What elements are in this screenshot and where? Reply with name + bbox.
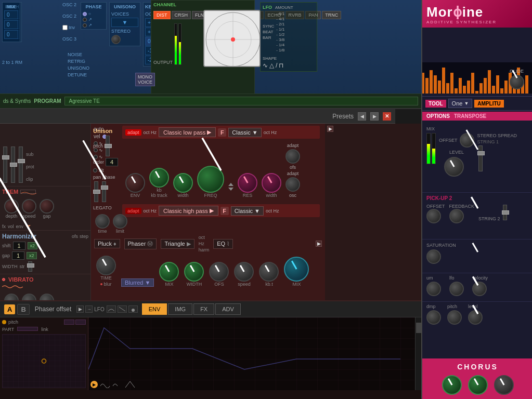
level2-knob[interactable] (468, 310, 483, 325)
preset-prev-btn[interactable]: ◀ (358, 112, 366, 121)
trem-gap-knob[interactable] (40, 199, 54, 214)
one-selector[interactable]: One ▼ (448, 99, 473, 108)
speed-eff-knob[interactable] (234, 262, 254, 282)
triangle-btn[interactable]: Triangle ▶ (161, 239, 194, 249)
slider-3[interactable] (19, 147, 23, 183)
legato-time-knob[interactable] (95, 214, 110, 229)
phase-radio-2[interactable]: ↗ (83, 17, 105, 22)
shape-saw[interactable]: / (276, 62, 277, 69)
time-eff-knob[interactable] (96, 256, 116, 275)
velocity-knob[interactable] (472, 282, 487, 296)
freq-down-arrow[interactable] (228, 188, 233, 191)
inv-checkbox[interactable] (62, 25, 68, 30)
scrollbar-thumb[interactable] (416, 323, 421, 333)
x2-btn-2[interactable]: x2 (27, 252, 37, 259)
adapt-btn-f1[interactable]: adapt (125, 129, 141, 136)
filter2-classic-btn[interactable]: Classic ▼ (231, 206, 264, 216)
trem-speed-knob[interactable] (22, 199, 36, 214)
slider-1[interactable] (3, 147, 7, 183)
width-knob-f1[interactable] (173, 173, 193, 193)
curve-btn-1[interactable] (107, 305, 116, 313)
offset-knob[interactable] (460, 133, 474, 148)
envelope-scrollbar[interactable] (415, 317, 421, 390)
mono-voice-btn[interactable]: MONO VOICE (135, 73, 155, 86)
wave-btn[interactable] (128, 305, 138, 313)
stereo-knob[interactable] (111, 35, 121, 44)
section-b-btn[interactable]: B (17, 304, 29, 315)
glide-knob-ctrl[interactable] (510, 75, 524, 89)
tool-btn[interactable]: TOOL (425, 100, 446, 108)
osc-knob-f1[interactable] (286, 177, 300, 192)
ofs-knob-f1[interactable] (286, 149, 300, 164)
lfo-mode-btn[interactable]: → (85, 305, 93, 313)
effects-nav-btn[interactable]: ▶ (316, 241, 322, 247)
play-btn[interactable]: ▶ (76, 305, 84, 313)
transpose-btn[interactable]: TRANSPOSE (454, 113, 486, 119)
adv-tab[interactable]: ADV (215, 303, 241, 315)
shape-triangle[interactable]: △ (269, 62, 274, 69)
kb-track-knob-f1[interactable] (149, 168, 169, 188)
width-slider[interactable] (28, 261, 32, 272)
pitch-slider[interactable] (106, 136, 110, 156)
curve-btn-2[interactable] (118, 305, 127, 313)
env-tab[interactable]: ENV (142, 303, 167, 315)
phase-slider[interactable] (102, 181, 106, 202)
width-eff-knob[interactable] (184, 262, 204, 282)
string2-slider[interactable] (503, 205, 507, 220)
kbt-eff-knob[interactable] (259, 262, 279, 282)
play-indicator[interactable]: ▶ (90, 381, 98, 388)
chorus-knob-3[interactable] (494, 375, 514, 395)
chorus-knob-1[interactable] (442, 375, 462, 395)
dmp-knob[interactable] (426, 310, 441, 325)
env-knob-f1[interactable] (125, 173, 145, 193)
phase-radio-3[interactable]: ↗ (83, 23, 105, 28)
options-btn[interactable]: OPTIONS (426, 113, 450, 119)
img-tab[interactable]: IMG (168, 303, 192, 315)
part-display[interactable] (17, 327, 38, 331)
preset-close-btn[interactable]: ✕ (383, 112, 391, 121)
filter2-type-btn[interactable]: Classic high pass ▶ (159, 206, 218, 216)
shape-sine[interactable]: ∿ (263, 62, 268, 69)
fx-tab[interactable]: FX (193, 303, 214, 315)
offset2-knob[interactable] (426, 209, 441, 223)
trnc-btn[interactable]: TRNC (322, 11, 341, 19)
amplitu-btn[interactable]: AMPLITU (474, 100, 503, 108)
mix-eff-knob[interactable] (159, 262, 179, 282)
dist-btn[interactable]: DIST (153, 11, 171, 19)
feedback-knob[interactable] (449, 209, 464, 223)
level-knob[interactable] (444, 157, 464, 177)
lfo-mp-knob[interactable] (449, 282, 464, 296)
pan-slider[interactable] (94, 181, 98, 202)
res-knob-f1[interactable] (238, 173, 257, 193)
blurred-btn[interactable]: Blurred ▼ (121, 278, 154, 287)
link-ctrl[interactable] (75, 320, 86, 325)
width2-knob-f1[interactable] (262, 173, 281, 193)
part-ctrl[interactable] (64, 320, 74, 325)
envelope-editor[interactable]: ▶ (88, 317, 421, 390)
legato-limit-knob[interactable] (113, 214, 127, 229)
crsh-btn[interactable]: CRSH (172, 11, 191, 19)
saturation-knob[interactable] (426, 249, 441, 264)
adapt-btn-f2[interactable]: adapt (125, 208, 141, 214)
filter1-type-btn[interactable]: Classic low pass ▶ (159, 127, 216, 137)
freq-up-arrow[interactable] (228, 183, 233, 186)
filter1-classic-btn[interactable]: Classic ▼ (228, 128, 261, 137)
sync-label: SYNC (263, 24, 274, 29)
pitch-mp-knob[interactable] (447, 310, 462, 325)
eq-btn[interactable]: EQ ⌇ (213, 239, 233, 249)
phaser-btn[interactable]: Phaser Ⓜ (124, 238, 157, 249)
pluck-btn[interactable]: Pluck ♦ (94, 239, 120, 248)
right-nav-btn[interactable]: ▶ (327, 126, 333, 132)
slider-2[interactable] (11, 147, 15, 183)
um-knob[interactable] (426, 282, 441, 296)
preset-next-btn[interactable]: ▶ (370, 112, 379, 121)
mix2-eff-knob[interactable] (284, 257, 309, 282)
program-name[interactable]: Agressive TE (64, 97, 418, 105)
stereo-spread-slider[interactable] (478, 145, 483, 171)
section-a-btn[interactable]: A (4, 304, 15, 314)
chorus-knob-2[interactable] (468, 375, 488, 395)
phase-radio-1[interactable]: ○ (83, 11, 105, 16)
shape-square[interactable]: ⊓ (279, 62, 283, 69)
alt-radio[interactable] (93, 168, 97, 172)
ofs-eff-knob[interactable] (209, 262, 229, 282)
